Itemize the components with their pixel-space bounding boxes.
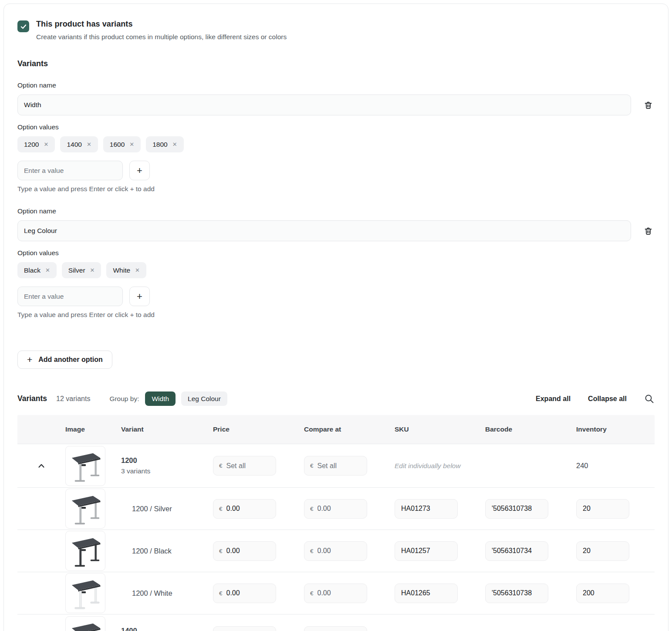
option-name-input[interactable] [17,220,631,241]
variant-thumbnail [65,531,105,571]
barcode-input[interactable] [485,541,548,561]
checkmark-icon [20,23,27,30]
collapse-all-button[interactable]: Collapse all [588,395,627,403]
sku-input[interactable] [395,541,458,561]
remove-value-icon[interactable]: ✕ [87,142,91,147]
compare-at-field: € [304,456,367,476]
new-value-input[interactable] [17,287,123,306]
group-variant-count: 3 variants [121,467,213,475]
desk-image [68,449,102,483]
currency-symbol: € [219,462,223,469]
price-input[interactable] [226,505,270,513]
col-barcode: Barcode [485,425,576,433]
sku-input[interactable] [395,584,458,603]
option-value-chip: 1600✕ [103,136,141,152]
variants-table: Image Variant Price Compare at SKU Barco… [17,415,655,631]
delete-option-button[interactable] [642,224,655,237]
chip-label: 1600 [110,141,125,148]
add-value-button[interactable]: + [129,287,150,306]
chip-label: 1200 [24,141,39,148]
group-by-label: Group by: [109,395,139,403]
group-by-width-button[interactable]: Width [145,391,176,406]
compare-at-input[interactable] [317,462,361,470]
option-value-chip: 1200✕ [17,136,55,152]
barcode-input[interactable] [485,584,548,603]
remove-value-icon[interactable]: ✕ [172,142,177,147]
remove-value-icon[interactable]: ✕ [44,142,48,147]
price-input[interactable] [226,547,270,555]
col-variant: Variant [121,425,213,433]
toggle-description: Create variants if this product comes in… [36,33,287,41]
option-value-chip: Black✕ [17,262,57,278]
price-input[interactable] [226,589,270,597]
trash-icon [644,226,653,236]
sku-input[interactable] [395,499,458,519]
remove-value-icon[interactable]: ✕ [45,267,50,273]
col-sku: SKU [395,425,485,433]
collapse-group-button[interactable] [35,630,48,631]
option-value-chip: Silver✕ [62,262,101,278]
desk-image [68,619,102,631]
option-value-chip: 1800✕ [146,136,183,152]
has-variants-checkbox[interactable] [17,20,29,32]
price-field: € [213,584,276,603]
search-button[interactable] [644,394,655,404]
variant-row: 1200 / Black€€ [17,530,655,572]
col-compare-at: Compare at [304,425,395,433]
price-field: € [213,456,276,476]
has-variants-toggle-row: This product has variants Create variant… [17,20,655,41]
trash-icon [644,101,653,110]
add-another-option-label: Add another option [38,356,103,364]
inventory-input[interactable] [576,584,629,603]
remove-value-icon[interactable]: ✕ [129,142,134,147]
variant-name: 1200 / Silver [121,505,213,513]
price-input[interactable] [226,462,270,470]
currency-symbol: € [219,548,223,554]
chip-label: White [113,267,130,274]
col-image: Image [65,425,121,433]
currency-symbol: € [219,590,223,597]
variants-toolbar: Variants 12 variants Group by: WidthLeg … [17,391,655,406]
remove-value-icon[interactable]: ✕ [135,267,140,273]
remove-value-icon[interactable]: ✕ [90,267,95,273]
collapse-group-button[interactable] [35,459,48,472]
currency-symbol: € [219,506,223,512]
chip-label: 1400 [67,141,81,148]
chip-label: 1800 [152,141,167,148]
option-editor: Option nameOption valuesBlack✕Silver✕Whi… [17,207,655,319]
inventory-input[interactable] [576,499,629,519]
inventory-input[interactable] [576,541,629,561]
option-name-label: Option name [17,207,655,215]
add-another-option-button[interactable]: + Add another option [17,351,112,369]
option-values-label: Option values [17,123,655,131]
desk-image [68,534,102,568]
compare-at-input[interactable] [317,505,361,513]
variant-thumbnail [65,489,105,529]
option-name-label: Option name [17,81,655,89]
option-value-chip: White✕ [106,262,146,278]
delete-option-button[interactable] [642,98,655,111]
new-value-input[interactable] [17,161,123,180]
toggle-title: This product has variants [36,20,287,29]
group-by-leg-colour-button[interactable]: Leg Colour [181,391,227,406]
currency-symbol: € [310,590,314,597]
barcode-input[interactable] [485,499,548,519]
variant-row: 1200 / Silver€€ [17,487,655,530]
product-variants-panel: This product has variants Create variant… [3,3,669,631]
option-name-input[interactable] [17,94,631,115]
compare-at-field: € [304,499,367,519]
add-value-button[interactable]: + [129,161,150,180]
compare-at-input[interactable] [317,547,361,555]
expand-all-button[interactable]: Expand all [536,395,571,403]
group-name: 1200 [121,456,213,465]
compare-at-field: € [304,584,367,603]
edit-individually-note: Edit individually below [395,462,576,470]
variants-table-body: 12003 variants€€Edit individually below2… [17,444,655,631]
group-by-buttons: WidthLeg Colour [145,391,233,406]
price-field: € [213,499,276,519]
plus-icon: + [27,354,32,365]
col-inventory: Inventory [576,425,655,433]
compare-at-input[interactable] [317,589,361,597]
value-helper-text: Type a value and press Enter or click + … [17,185,655,193]
variant-name: 1200 / Black [121,547,213,555]
